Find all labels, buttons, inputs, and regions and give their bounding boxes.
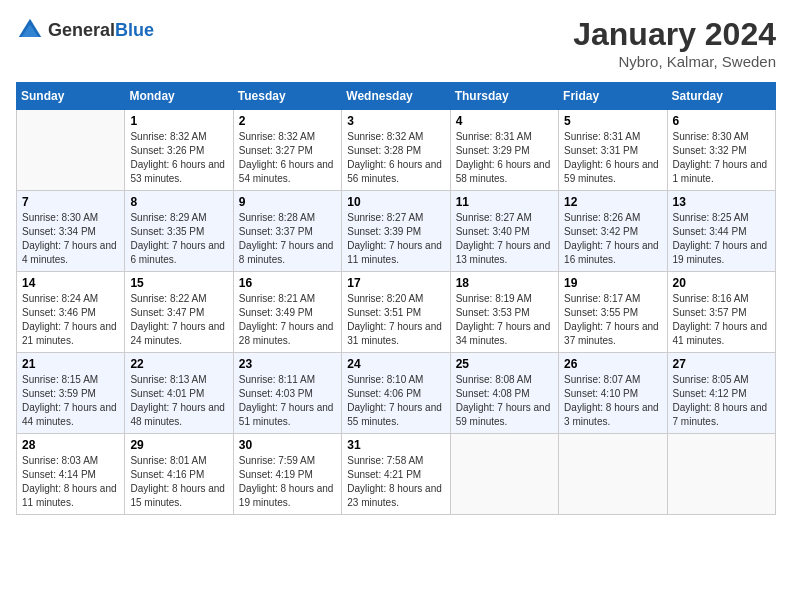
calendar-cell: 29Sunrise: 8:01 AMSunset: 4:16 PMDayligh… <box>125 434 233 515</box>
calendar-cell: 16Sunrise: 8:21 AMSunset: 3:49 PMDayligh… <box>233 272 341 353</box>
day-number: 25 <box>456 357 553 371</box>
calendar-cell: 7Sunrise: 8:30 AMSunset: 3:34 PMDaylight… <box>17 191 125 272</box>
calendar-week-row: 7Sunrise: 8:30 AMSunset: 3:34 PMDaylight… <box>17 191 776 272</box>
calendar-cell: 11Sunrise: 8:27 AMSunset: 3:40 PMDayligh… <box>450 191 558 272</box>
calendar-cell <box>559 434 667 515</box>
calendar-cell: 15Sunrise: 8:22 AMSunset: 3:47 PMDayligh… <box>125 272 233 353</box>
day-number: 23 <box>239 357 336 371</box>
day-number: 10 <box>347 195 444 209</box>
calendar-cell: 30Sunrise: 7:59 AMSunset: 4:19 PMDayligh… <box>233 434 341 515</box>
weekday-header: Monday <box>125 83 233 110</box>
calendar-cell <box>17 110 125 191</box>
calendar-cell: 27Sunrise: 8:05 AMSunset: 4:12 PMDayligh… <box>667 353 775 434</box>
calendar-cell: 3Sunrise: 8:32 AMSunset: 3:28 PMDaylight… <box>342 110 450 191</box>
calendar-week-row: 14Sunrise: 8:24 AMSunset: 3:46 PMDayligh… <box>17 272 776 353</box>
calendar-cell: 4Sunrise: 8:31 AMSunset: 3:29 PMDaylight… <box>450 110 558 191</box>
calendar-cell: 8Sunrise: 8:29 AMSunset: 3:35 PMDaylight… <box>125 191 233 272</box>
day-number: 28 <box>22 438 119 452</box>
day-number: 22 <box>130 357 227 371</box>
location-title: Nybro, Kalmar, Sweden <box>573 53 776 70</box>
weekday-header: Thursday <box>450 83 558 110</box>
day-number: 1 <box>130 114 227 128</box>
calendar-cell: 19Sunrise: 8:17 AMSunset: 3:55 PMDayligh… <box>559 272 667 353</box>
calendar-cell: 31Sunrise: 7:58 AMSunset: 4:21 PMDayligh… <box>342 434 450 515</box>
calendar-cell: 5Sunrise: 8:31 AMSunset: 3:31 PMDaylight… <box>559 110 667 191</box>
day-info: Sunrise: 8:31 AMSunset: 3:29 PMDaylight:… <box>456 130 553 186</box>
calendar-cell: 20Sunrise: 8:16 AMSunset: 3:57 PMDayligh… <box>667 272 775 353</box>
weekday-header: Saturday <box>667 83 775 110</box>
day-number: 18 <box>456 276 553 290</box>
calendar-cell: 14Sunrise: 8:24 AMSunset: 3:46 PMDayligh… <box>17 272 125 353</box>
day-info: Sunrise: 8:32 AMSunset: 3:26 PMDaylight:… <box>130 130 227 186</box>
day-info: Sunrise: 8:22 AMSunset: 3:47 PMDaylight:… <box>130 292 227 348</box>
day-info: Sunrise: 8:11 AMSunset: 4:03 PMDaylight:… <box>239 373 336 429</box>
calendar-cell: 13Sunrise: 8:25 AMSunset: 3:44 PMDayligh… <box>667 191 775 272</box>
calendar-cell <box>667 434 775 515</box>
calendar-cell: 18Sunrise: 8:19 AMSunset: 3:53 PMDayligh… <box>450 272 558 353</box>
day-number: 29 <box>130 438 227 452</box>
day-number: 16 <box>239 276 336 290</box>
day-info: Sunrise: 7:59 AMSunset: 4:19 PMDaylight:… <box>239 454 336 510</box>
calendar-cell: 12Sunrise: 8:26 AMSunset: 3:42 PMDayligh… <box>559 191 667 272</box>
day-number: 15 <box>130 276 227 290</box>
weekday-header: Friday <box>559 83 667 110</box>
day-number: 26 <box>564 357 661 371</box>
day-number: 19 <box>564 276 661 290</box>
day-number: 31 <box>347 438 444 452</box>
day-number: 24 <box>347 357 444 371</box>
calendar-cell <box>450 434 558 515</box>
day-info: Sunrise: 8:20 AMSunset: 3:51 PMDaylight:… <box>347 292 444 348</box>
day-number: 2 <box>239 114 336 128</box>
calendar-cell: 28Sunrise: 8:03 AMSunset: 4:14 PMDayligh… <box>17 434 125 515</box>
day-number: 17 <box>347 276 444 290</box>
day-info: Sunrise: 8:25 AMSunset: 3:44 PMDaylight:… <box>673 211 770 267</box>
weekday-header: Wednesday <box>342 83 450 110</box>
calendar-table: SundayMondayTuesdayWednesdayThursdayFrid… <box>16 82 776 515</box>
calendar-cell: 22Sunrise: 8:13 AMSunset: 4:01 PMDayligh… <box>125 353 233 434</box>
day-number: 14 <box>22 276 119 290</box>
weekday-header: Tuesday <box>233 83 341 110</box>
day-number: 30 <box>239 438 336 452</box>
day-number: 13 <box>673 195 770 209</box>
day-info: Sunrise: 8:31 AMSunset: 3:31 PMDaylight:… <box>564 130 661 186</box>
calendar-header-row: SundayMondayTuesdayWednesdayThursdayFrid… <box>17 83 776 110</box>
calendar-cell: 21Sunrise: 8:15 AMSunset: 3:59 PMDayligh… <box>17 353 125 434</box>
day-info: Sunrise: 7:58 AMSunset: 4:21 PMDaylight:… <box>347 454 444 510</box>
day-info: Sunrise: 8:07 AMSunset: 4:10 PMDaylight:… <box>564 373 661 429</box>
day-number: 11 <box>456 195 553 209</box>
month-title: January 2024 <box>573 16 776 53</box>
calendar-cell: 10Sunrise: 8:27 AMSunset: 3:39 PMDayligh… <box>342 191 450 272</box>
calendar-cell: 6Sunrise: 8:30 AMSunset: 3:32 PMDaylight… <box>667 110 775 191</box>
day-info: Sunrise: 8:05 AMSunset: 4:12 PMDaylight:… <box>673 373 770 429</box>
calendar-cell: 1Sunrise: 8:32 AMSunset: 3:26 PMDaylight… <box>125 110 233 191</box>
logo-general: General <box>48 20 115 40</box>
day-info: Sunrise: 8:21 AMSunset: 3:49 PMDaylight:… <box>239 292 336 348</box>
calendar-cell: 24Sunrise: 8:10 AMSunset: 4:06 PMDayligh… <box>342 353 450 434</box>
day-info: Sunrise: 8:16 AMSunset: 3:57 PMDaylight:… <box>673 292 770 348</box>
day-number: 3 <box>347 114 444 128</box>
day-info: Sunrise: 8:26 AMSunset: 3:42 PMDaylight:… <box>564 211 661 267</box>
day-number: 4 <box>456 114 553 128</box>
day-info: Sunrise: 8:03 AMSunset: 4:14 PMDaylight:… <box>22 454 119 510</box>
calendar-body: 1Sunrise: 8:32 AMSunset: 3:26 PMDaylight… <box>17 110 776 515</box>
calendar-cell: 25Sunrise: 8:08 AMSunset: 4:08 PMDayligh… <box>450 353 558 434</box>
day-number: 21 <box>22 357 119 371</box>
day-info: Sunrise: 8:32 AMSunset: 3:28 PMDaylight:… <box>347 130 444 186</box>
calendar-cell: 26Sunrise: 8:07 AMSunset: 4:10 PMDayligh… <box>559 353 667 434</box>
day-info: Sunrise: 8:10 AMSunset: 4:06 PMDaylight:… <box>347 373 444 429</box>
day-number: 20 <box>673 276 770 290</box>
day-number: 5 <box>564 114 661 128</box>
weekday-header: Sunday <box>17 83 125 110</box>
day-number: 27 <box>673 357 770 371</box>
calendar-cell: 2Sunrise: 8:32 AMSunset: 3:27 PMDaylight… <box>233 110 341 191</box>
day-info: Sunrise: 8:13 AMSunset: 4:01 PMDaylight:… <box>130 373 227 429</box>
title-block: January 2024 Nybro, Kalmar, Sweden <box>573 16 776 70</box>
logo: GeneralBlue <box>16 16 154 44</box>
day-info: Sunrise: 8:27 AMSunset: 3:39 PMDaylight:… <box>347 211 444 267</box>
day-number: 9 <box>239 195 336 209</box>
day-info: Sunrise: 8:30 AMSunset: 3:34 PMDaylight:… <box>22 211 119 267</box>
calendar-week-row: 28Sunrise: 8:03 AMSunset: 4:14 PMDayligh… <box>17 434 776 515</box>
calendar-cell: 23Sunrise: 8:11 AMSunset: 4:03 PMDayligh… <box>233 353 341 434</box>
day-number: 12 <box>564 195 661 209</box>
day-info: Sunrise: 8:01 AMSunset: 4:16 PMDaylight:… <box>130 454 227 510</box>
